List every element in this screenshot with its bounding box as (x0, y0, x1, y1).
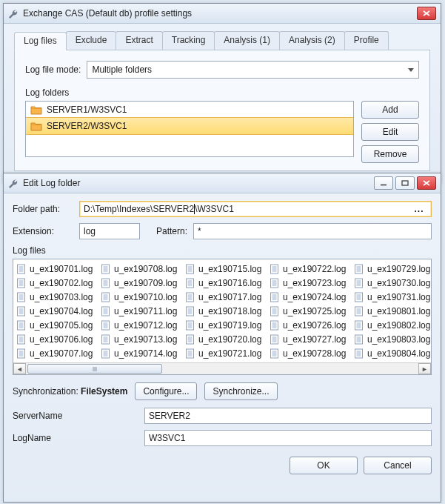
log-file-item[interactable]: u_ex190729.log (354, 262, 431, 276)
log-file-item[interactable]: u_ex190712.log (101, 319, 181, 332)
edit-log-folder-window: Edit Log folder Folder path: D:\Temp\Ind… (3, 173, 441, 503)
minimize-button[interactable] (374, 176, 393, 190)
log-file-item[interactable]: u_ex190714.log (101, 347, 181, 360)
log-folders-list[interactable]: SERVER1/W3SVC1SERVER2/W3SVC1 (25, 101, 354, 157)
document-icon (354, 278, 364, 288)
document-icon (270, 278, 280, 288)
scroll-thumb[interactable] (27, 364, 162, 374)
svg-rect-5 (402, 181, 408, 185)
log-file-item[interactable]: u_ex190730.log (354, 276, 431, 290)
folder-item-label: SERVER1/W3SVC1 (47, 105, 127, 115)
log-files-list[interactable]: u_ex190701.logu_ex190702.logu_ex190703.l… (13, 259, 432, 375)
edit-button[interactable]: Edit (361, 123, 419, 141)
log-file-name: u_ex190704.log (30, 306, 93, 316)
document-icon (270, 348, 280, 359)
log-file-item[interactable]: u_ex190719.log (185, 319, 265, 332)
log-file-mode-select[interactable]: Multiple folders (87, 61, 419, 79)
log-file-item[interactable]: u_ex190802.log (354, 319, 431, 332)
log-file-item[interactable]: u_ex190713.log (101, 333, 181, 346)
horizontal-scrollbar[interactable]: ◄ ► (13, 362, 431, 374)
extension-input[interactable]: log (79, 223, 140, 239)
log-file-item[interactable]: u_ex190716.log (185, 276, 265, 290)
remove-button[interactable]: Remove (361, 145, 419, 163)
tab-analysis-2-[interactable]: Analysis (2) (279, 31, 345, 50)
servername-input[interactable]: SERVER2 (144, 408, 432, 424)
log-file-item[interactable]: u_ex190722.log (270, 262, 349, 276)
log-file-item[interactable]: u_ex190711.log (101, 305, 181, 318)
scroll-left-button[interactable]: ◄ (13, 363, 26, 374)
log-file-item[interactable]: u_ex190720.log (185, 333, 265, 346)
log-folders-label: Log folders (25, 87, 419, 98)
close-button[interactable] (417, 7, 436, 20)
log-file-item[interactable]: u_ex190702.log (16, 276, 96, 290)
document-icon (16, 292, 27, 302)
log-file-item[interactable]: u_ex190721.log (185, 347, 265, 360)
log-file-name: u_ex190713.log (114, 334, 177, 345)
log-file-name: u_ex190726.log (283, 320, 346, 331)
window-title: Exchange CAS (Default db) profile settin… (23, 8, 412, 19)
scroll-track[interactable] (26, 364, 418, 374)
folder-item[interactable]: SERVER2/W3SVC1 (25, 117, 354, 135)
document-icon (185, 264, 195, 274)
ok-button[interactable]: OK (290, 457, 358, 474)
document-icon (101, 292, 111, 302)
log-file-item[interactable]: u_ex190724.log (270, 291, 349, 304)
add-button[interactable]: Add (361, 101, 419, 119)
log-file-item[interactable]: u_ex190803.log (354, 333, 431, 346)
folder-item[interactable]: SERVER1/W3SVC1 (26, 102, 353, 118)
log-file-item[interactable]: u_ex190707.log (16, 347, 96, 360)
logname-input[interactable]: W3SVC1 (144, 430, 432, 446)
servername-label: ServerName (13, 411, 79, 421)
log-file-item[interactable]: u_ex190801.log (354, 305, 431, 318)
configure-button[interactable]: Configure... (135, 382, 197, 400)
tab-log-files[interactable]: Log files (14, 32, 67, 50)
servername-value: SERVER2 (149, 411, 190, 421)
log-file-item[interactable]: u_ex190718.log (185, 305, 265, 318)
document-icon (185, 292, 195, 302)
log-file-item[interactable]: u_ex190731.log (354, 291, 431, 304)
log-file-item[interactable]: u_ex190727.log (270, 333, 349, 346)
tab-profile[interactable]: Profile (344, 31, 389, 50)
folder-path-value-b: \W3SVC1 (195, 204, 234, 214)
tab-analysis-1-[interactable]: Analysis (1) (214, 31, 280, 50)
synchronize-button[interactable]: Synchronize... (204, 382, 277, 400)
log-file-item[interactable]: u_ex190701.log (16, 262, 96, 276)
tab-extract[interactable]: Extract (116, 31, 162, 50)
log-file-item[interactable]: u_ex190723.log (270, 276, 349, 290)
log-file-item[interactable]: u_ex190725.log (270, 305, 349, 318)
log-file-item[interactable]: u_ex190804.log (354, 347, 431, 360)
log-file-item[interactable]: u_ex190726.log (270, 319, 349, 332)
log-file-item[interactable]: u_ex190715.log (185, 262, 265, 276)
pattern-input[interactable]: * (193, 223, 432, 239)
titlebar[interactable]: Edit Log folder (4, 173, 441, 193)
log-file-name: u_ex190706.log (30, 334, 93, 345)
log-file-item[interactable]: u_ex190708.log (101, 262, 181, 276)
log-file-item[interactable]: u_ex190703.log (16, 291, 96, 304)
document-icon (16, 278, 27, 288)
folder-path-input[interactable]: D:\Temp\Indexes\SERVER2\W3SVC1 ... (79, 201, 432, 217)
log-file-item[interactable]: u_ex190717.log (185, 291, 265, 304)
titlebar[interactable]: Exchange CAS (Default db) profile settin… (4, 4, 441, 24)
tab-tracking[interactable]: Tracking (162, 31, 215, 50)
log-file-name: u_ex190708.log (114, 264, 177, 274)
document-icon (354, 264, 364, 274)
document-icon (101, 334, 111, 345)
log-file-item[interactable]: u_ex190710.log (101, 291, 181, 304)
log-file-item[interactable]: u_ex190706.log (16, 333, 96, 346)
log-file-item[interactable]: u_ex190704.log (16, 305, 96, 318)
document-icon (354, 306, 364, 316)
log-file-name: u_ex190725.log (283, 306, 346, 316)
scroll-right-button[interactable]: ► (418, 363, 431, 374)
log-file-name: u_ex190802.log (367, 320, 430, 331)
log-file-item[interactable]: u_ex190709.log (101, 276, 181, 290)
document-icon (354, 348, 364, 359)
log-file-item[interactable]: u_ex190728.log (270, 347, 349, 360)
maximize-button[interactable] (395, 176, 415, 190)
log-file-name: u_ex190719.log (198, 320, 261, 331)
browse-button[interactable]: ... (411, 204, 427, 214)
tab-exclude[interactable]: Exclude (66, 31, 117, 50)
close-button[interactable] (417, 176, 436, 190)
cancel-button[interactable]: Cancel (364, 457, 432, 474)
logname-value: W3SVC1 (149, 433, 185, 443)
log-file-item[interactable]: u_ex190705.log (16, 319, 96, 332)
